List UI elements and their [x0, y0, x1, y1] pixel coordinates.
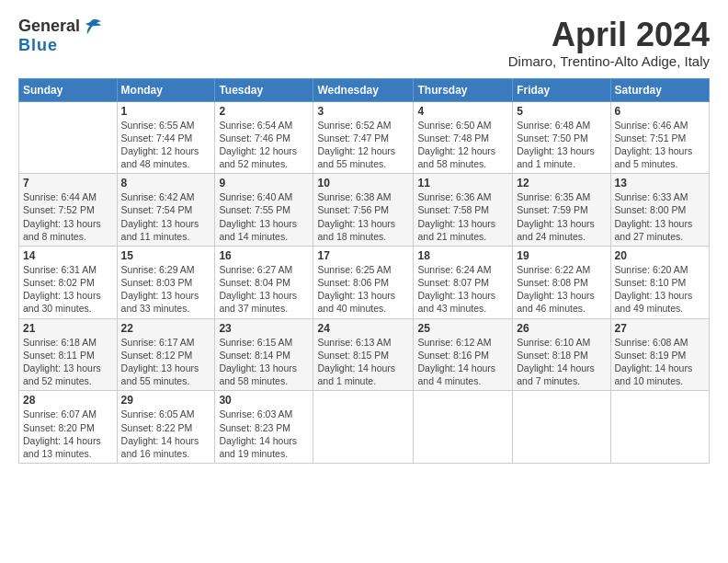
calendar-cell: 6Sunrise: 6:46 AM Sunset: 7:51 PM Daylig… [610, 101, 709, 174]
day-detail: Sunrise: 6:24 AM Sunset: 8:07 PM Dayligh… [417, 263, 508, 316]
calendar-cell: 15Sunrise: 6:29 AM Sunset: 8:03 PM Dayli… [117, 246, 215, 318]
day-detail: Sunrise: 6:35 AM Sunset: 7:59 PM Dayligh… [517, 190, 606, 243]
calendar-cell [19, 101, 118, 174]
calendar-cell: 5Sunrise: 6:48 AM Sunset: 7:50 PM Daylig… [513, 101, 610, 174]
calendar-cell: 11Sunrise: 6:36 AM Sunset: 7:58 PM Dayli… [414, 174, 513, 247]
day-number: 17 [317, 249, 409, 262]
calendar-header-friday: Friday [513, 78, 610, 101]
day-detail: Sunrise: 6:13 AM Sunset: 8:15 PM Dayligh… [317, 336, 409, 388]
day-number: 9 [219, 177, 309, 190]
calendar-cell: 4Sunrise: 6:50 AM Sunset: 7:48 PM Daylig… [414, 101, 513, 174]
calendar-cell: 9Sunrise: 6:40 AM Sunset: 7:55 PM Daylig… [215, 174, 313, 247]
day-number: 3 [317, 105, 409, 118]
month-title: April 2024 [508, 17, 710, 53]
day-detail: Sunrise: 6:36 AM Sunset: 7:58 PM Dayligh… [417, 190, 508, 243]
day-number: 11 [417, 177, 508, 190]
day-detail: Sunrise: 6:25 AM Sunset: 8:06 PM Dayligh… [317, 263, 409, 316]
logo-blue-text: Blue [18, 36, 58, 55]
location: Dimaro, Trentino-Alto Adige, Italy [508, 53, 710, 69]
calendar-header-monday: Monday [117, 78, 215, 101]
day-detail: Sunrise: 6:08 AM Sunset: 8:19 PM Dayligh… [615, 336, 705, 388]
day-detail: Sunrise: 6:31 AM Sunset: 8:02 PM Dayligh… [23, 263, 113, 316]
calendar-cell: 28Sunrise: 6:07 AM Sunset: 8:20 PM Dayli… [19, 391, 118, 464]
day-number: 6 [615, 105, 705, 118]
day-number: 16 [219, 249, 309, 262]
calendar-cell [414, 391, 513, 464]
calendar-cell [513, 391, 610, 464]
day-number: 14 [23, 249, 113, 262]
calendar-header-wednesday: Wednesday [313, 78, 414, 101]
day-detail: Sunrise: 6:10 AM Sunset: 8:18 PM Dayligh… [517, 336, 606, 388]
calendar-cell: 27Sunrise: 6:08 AM Sunset: 8:19 PM Dayli… [610, 318, 709, 391]
calendar-week-row: 7Sunrise: 6:44 AM Sunset: 7:52 PM Daylig… [19, 174, 710, 247]
day-number: 13 [615, 177, 705, 190]
calendar-cell: 17Sunrise: 6:25 AM Sunset: 8:06 PM Dayli… [313, 246, 414, 318]
day-detail: Sunrise: 6:12 AM Sunset: 8:16 PM Dayligh… [417, 336, 508, 388]
calendar-week-row: 1Sunrise: 6:55 AM Sunset: 7:44 PM Daylig… [19, 101, 710, 174]
calendar-header-thursday: Thursday [414, 78, 513, 101]
day-number: 22 [121, 322, 211, 335]
calendar-cell: 20Sunrise: 6:20 AM Sunset: 8:10 PM Dayli… [610, 246, 709, 318]
day-detail: Sunrise: 6:20 AM Sunset: 8:10 PM Dayligh… [615, 263, 705, 316]
day-detail: Sunrise: 6:15 AM Sunset: 8:14 PM Dayligh… [219, 336, 309, 388]
calendar-cell: 1Sunrise: 6:55 AM Sunset: 7:44 PM Daylig… [117, 101, 215, 174]
day-number: 12 [517, 177, 606, 190]
calendar-cell: 25Sunrise: 6:12 AM Sunset: 8:16 PM Dayli… [414, 318, 513, 391]
day-detail: Sunrise: 6:40 AM Sunset: 7:55 PM Dayligh… [219, 190, 309, 243]
day-number: 15 [121, 249, 211, 262]
day-detail: Sunrise: 6:22 AM Sunset: 8:08 PM Dayligh… [517, 263, 606, 316]
calendar-header-saturday: Saturday [610, 78, 709, 101]
calendar-week-row: 21Sunrise: 6:18 AM Sunset: 8:11 PM Dayli… [19, 318, 710, 391]
calendar-cell [610, 391, 709, 464]
day-detail: Sunrise: 6:55 AM Sunset: 7:44 PM Dayligh… [121, 119, 211, 171]
calendar-cell: 24Sunrise: 6:13 AM Sunset: 8:15 PM Dayli… [313, 318, 414, 391]
day-detail: Sunrise: 6:54 AM Sunset: 7:46 PM Dayligh… [219, 119, 309, 171]
day-number: 4 [417, 105, 508, 118]
day-number: 2 [219, 105, 309, 118]
day-number: 19 [517, 249, 606, 262]
calendar-header-sunday: Sunday [19, 78, 118, 101]
calendar-cell: 22Sunrise: 6:17 AM Sunset: 8:12 PM Dayli… [117, 318, 215, 391]
day-detail: Sunrise: 6:42 AM Sunset: 7:54 PM Dayligh… [121, 190, 211, 243]
calendar-cell: 21Sunrise: 6:18 AM Sunset: 8:11 PM Dayli… [19, 318, 118, 391]
calendar-week-row: 28Sunrise: 6:07 AM Sunset: 8:20 PM Dayli… [19, 391, 710, 464]
day-number: 24 [317, 322, 409, 335]
calendar-cell [313, 391, 414, 464]
calendar-table: SundayMondayTuesdayWednesdayThursdayFrid… [18, 78, 710, 464]
calendar-week-row: 14Sunrise: 6:31 AM Sunset: 8:02 PM Dayli… [19, 246, 710, 318]
day-detail: Sunrise: 6:03 AM Sunset: 8:23 PM Dayligh… [219, 408, 309, 460]
day-number: 26 [517, 322, 606, 335]
day-number: 10 [317, 177, 409, 190]
header: General Blue April 2024 Dimaro, Trentino… [18, 17, 710, 69]
day-detail: Sunrise: 6:44 AM Sunset: 7:52 PM Dayligh… [23, 190, 113, 243]
day-number: 21 [23, 322, 113, 335]
day-detail: Sunrise: 6:46 AM Sunset: 7:51 PM Dayligh… [615, 119, 705, 171]
day-number: 29 [121, 394, 211, 407]
calendar-cell: 12Sunrise: 6:35 AM Sunset: 7:59 PM Dayli… [513, 174, 610, 247]
day-number: 5 [517, 105, 606, 118]
day-number: 30 [219, 394, 309, 407]
logo-line1: General [18, 17, 102, 36]
calendar-cell: 30Sunrise: 6:03 AM Sunset: 8:23 PM Dayli… [215, 391, 313, 464]
logo-general-text: General [18, 17, 80, 36]
calendar-cell: 8Sunrise: 6:42 AM Sunset: 7:54 PM Daylig… [117, 174, 215, 247]
day-number: 1 [121, 105, 211, 118]
day-detail: Sunrise: 6:33 AM Sunset: 8:00 PM Dayligh… [615, 190, 705, 243]
calendar-cell: 23Sunrise: 6:15 AM Sunset: 8:14 PM Dayli… [215, 318, 313, 391]
calendar-cell: 16Sunrise: 6:27 AM Sunset: 8:04 PM Dayli… [215, 246, 313, 318]
day-detail: Sunrise: 6:05 AM Sunset: 8:22 PM Dayligh… [121, 408, 211, 460]
day-number: 27 [615, 322, 705, 335]
calendar-header-row: SundayMondayTuesdayWednesdayThursdayFrid… [19, 78, 710, 101]
day-detail: Sunrise: 6:07 AM Sunset: 8:20 PM Dayligh… [23, 408, 113, 460]
calendar-cell: 19Sunrise: 6:22 AM Sunset: 8:08 PM Dayli… [513, 246, 610, 318]
day-detail: Sunrise: 6:27 AM Sunset: 8:04 PM Dayligh… [219, 263, 309, 316]
page: General Blue April 2024 Dimaro, Trentino… [0, 0, 728, 473]
day-detail: Sunrise: 6:48 AM Sunset: 7:50 PM Dayligh… [517, 119, 606, 171]
calendar-cell: 26Sunrise: 6:10 AM Sunset: 8:18 PM Dayli… [513, 318, 610, 391]
day-detail: Sunrise: 6:29 AM Sunset: 8:03 PM Dayligh… [121, 263, 211, 316]
day-number: 28 [23, 394, 113, 407]
calendar-cell: 29Sunrise: 6:05 AM Sunset: 8:22 PM Dayli… [117, 391, 215, 464]
day-detail: Sunrise: 6:18 AM Sunset: 8:11 PM Dayligh… [23, 336, 113, 388]
calendar-cell: 2Sunrise: 6:54 AM Sunset: 7:46 PM Daylig… [215, 101, 313, 174]
calendar-header-tuesday: Tuesday [215, 78, 313, 101]
